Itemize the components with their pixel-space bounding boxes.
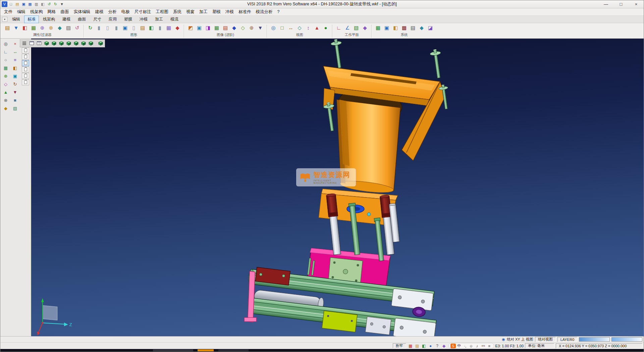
layer-filter-icon[interactable]: ▦ [30, 24, 38, 32]
ribbon-tab[interactable]: 塑膜 [121, 15, 136, 23]
ribbon-tab[interactable]: 编辑 [9, 15, 23, 23]
ribbon-tab[interactable]: 曲面 [74, 15, 89, 23]
viewport-3d[interactable]: Z 智造资源网 INTELLIGENT MANUFACTURING [31, 39, 644, 336]
taskbar-item[interactable] [198, 349, 214, 351]
menu-item[interactable]: 分析 [106, 8, 119, 15]
iso-view-2-button[interactable] [50, 40, 57, 47]
previous-view-icon[interactable]: ▲ [313, 24, 321, 32]
cylinder-display-icon-3[interactable]: ▮ [112, 24, 120, 32]
viewport-3d-scene[interactable]: Z [31, 39, 644, 336]
iso-view-7-button[interactable] [87, 40, 94, 47]
grid-shade-icon[interactable]: ▦ [213, 24, 221, 32]
clipboard-slot-3[interactable] [22, 60, 29, 66]
ime-lang-icon[interactable]: 中 [457, 344, 462, 348]
absolute-view-button[interactable]: 绝对视图 [535, 337, 556, 342]
workplane-origin-icon[interactable]: ∟ [335, 24, 343, 32]
save-icon[interactable]: ▣ [21, 1, 26, 7]
menu-item[interactable]: 模流分析 [254, 8, 275, 15]
entity-list-icon[interactable]: ≡ [11, 56, 19, 64]
menu-item[interactable]: 线架构 [28, 8, 45, 15]
clipboard-slot-5[interactable] [22, 73, 29, 79]
cylinder-display-icon-5[interactable]: ▮ [156, 24, 164, 32]
mask-icon[interactable]: ▨ [64, 24, 72, 32]
wireframe-icon[interactable]: ◇ [1, 80, 10, 88]
model-screw[interactable] [429, 49, 444, 79]
menu-item[interactable]: 网格 [45, 8, 58, 15]
system-gem-icon[interactable]: ◆ [418, 24, 426, 32]
tab-overflow-button[interactable]: ▼ [2, 17, 7, 22]
shaded-iso-view-button[interactable] [97, 40, 104, 47]
cylinder-display-icon-2[interactable]: ▯ [104, 24, 112, 32]
workplane-status-icon[interactable]: ◧ [421, 343, 427, 349]
visi-logo[interactable]: V [2, 1, 7, 7]
trim-icon[interactable]: ⊗ [1, 96, 10, 104]
zoom-tool-icon[interactable]: ○ [1, 56, 10, 64]
menu-item[interactable]: 编辑 [15, 8, 28, 15]
qat-dropdown-icon[interactable]: ▼ [59, 1, 65, 7]
shade-cube-icon[interactable]: ◧ [147, 24, 155, 32]
reset-filter-icon[interactable]: ↺ [73, 24, 81, 32]
print-icon[interactable]: ▥ [34, 1, 39, 7]
cylinder-display-icon-1[interactable]: ▮ [95, 24, 103, 32]
zoom-inout-icon[interactable]: ↕ [304, 24, 312, 32]
iso-view-5-button[interactable] [72, 40, 79, 47]
ribbon-tab[interactable]: 加工 [152, 15, 166, 23]
menu-item[interactable]: ? [275, 8, 282, 15]
texture-icon[interactable]: ▤ [221, 24, 229, 32]
system-pattern-icon[interactable]: ▩ [400, 24, 408, 32]
menu-item[interactable]: 电极 [119, 8, 132, 15]
solid-icon[interactable]: ■ [11, 96, 19, 104]
system-panel-icon[interactable]: ▤ [409, 24, 417, 32]
boxes-icon[interactable]: ▦ [165, 24, 173, 32]
menu-item[interactable]: 加工 [197, 8, 210, 15]
menu-item[interactable]: 文件 [2, 8, 15, 15]
filter-icon[interactable]: ▼ [12, 24, 20, 32]
clipboard-slot-4[interactable] [22, 67, 29, 73]
menu-item[interactable]: 工程图 [154, 8, 171, 15]
clipboard-slot-1[interactable] [22, 47, 29, 53]
model-screw[interactable] [330, 39, 345, 69]
model-screw[interactable] [323, 101, 338, 131]
system-shade-icon[interactable]: ◧ [391, 24, 399, 32]
half-shade-icon[interactable]: ◨ [204, 24, 212, 32]
menu-item[interactable]: 视窗 [184, 8, 197, 15]
zoom-window-icon[interactable]: □ [278, 24, 286, 32]
menu-item[interactable]: 曲面 [58, 8, 71, 15]
minimize-button[interactable]: — [598, 0, 613, 8]
message-icon[interactable]: ◆ [441, 343, 447, 349]
ribbon-tab[interactable]: 尺寸 [90, 15, 105, 23]
ribbon-tab[interactable]: 建模 [59, 15, 74, 23]
properties-icon[interactable]: ▤ [3, 24, 11, 32]
iso-view-4-button[interactable] [65, 40, 72, 47]
help-icon[interactable]: ? [434, 343, 440, 349]
menu-item[interactable]: 系统 [171, 8, 184, 15]
regen-icon[interactable]: ↻ [11, 80, 19, 88]
iso-view-6-button[interactable] [80, 40, 87, 47]
rotate-view-icon[interactable]: ◇ [296, 24, 304, 32]
lock-toggle[interactable]: 拴牢 [393, 343, 406, 348]
workplane-icon[interactable]: ∟ [1, 48, 10, 56]
iso-view-3-button[interactable] [58, 40, 65, 47]
assistant-icon[interactable]: ● [428, 343, 434, 349]
redo-icon[interactable]: ↻ [53, 1, 58, 7]
diamond-tool-icon[interactable]: ◆ [1, 104, 10, 112]
open-file-icon[interactable]: ▤ [14, 1, 20, 7]
system-monitor-icon[interactable]: ▣ [383, 24, 391, 32]
undo-icon[interactable]: ↺ [46, 1, 52, 7]
model-mid-block[interactable] [365, 317, 391, 335]
system-corner-icon[interactable]: ◪ [426, 24, 434, 32]
shaded-view-icon[interactable]: ▣ [195, 24, 203, 32]
element-filter-icon[interactable]: ◆ [56, 24, 64, 32]
add-entity-icon[interactable]: ⊕ [1, 72, 10, 80]
wand-icon[interactable]: ◆ [173, 24, 181, 32]
menu-item[interactable]: 塑模 [210, 8, 223, 15]
light-icon[interactable]: ⊕ [248, 24, 256, 32]
grid-snap-icon[interactable]: ▦ [408, 343, 414, 349]
ribbon-tab[interactable]: 模流 [167, 15, 182, 23]
refresh-graphics-icon[interactable]: ↻ [86, 24, 94, 32]
move-down-icon[interactable]: ▼ [11, 88, 19, 96]
taskbar-item[interactable] [218, 349, 249, 351]
hatch-icon[interactable]: ▧ [11, 104, 19, 112]
view-mode-icon[interactable]: ◉ [502, 337, 505, 342]
blue-box-icon[interactable]: ▣ [121, 24, 129, 32]
